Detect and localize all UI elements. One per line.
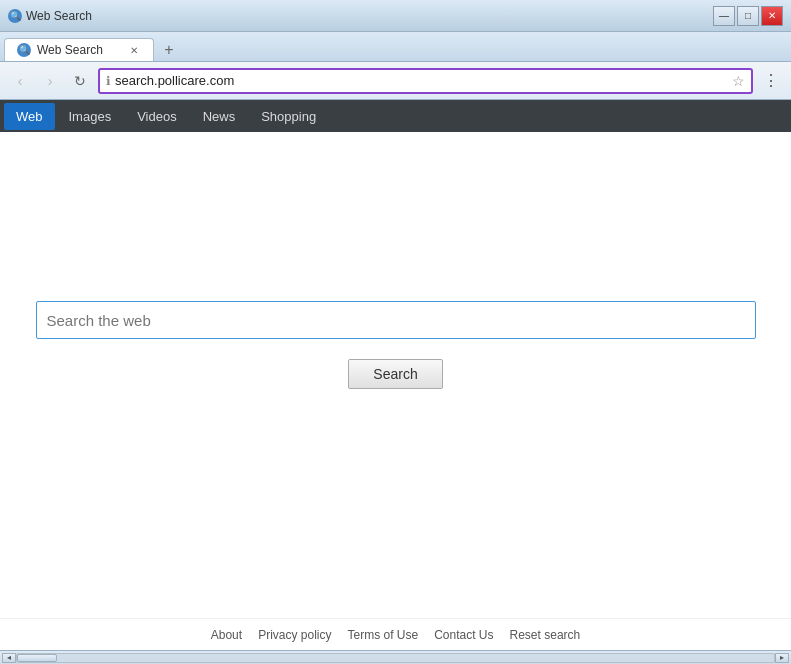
new-tab-button[interactable]: + xyxy=(156,39,182,61)
minimize-button[interactable]: — xyxy=(713,6,735,26)
footer-link-contact[interactable]: Contact Us xyxy=(434,628,493,642)
nav-item-web[interactable]: Web xyxy=(4,103,55,130)
nav-item-videos[interactable]: Videos xyxy=(125,103,189,130)
scroll-left-button[interactable]: ◂ xyxy=(2,653,16,663)
title-bar: 🔍 Web Search — □ ✕ xyxy=(0,0,791,32)
search-input[interactable] xyxy=(36,301,756,339)
search-button-wrap: Search xyxy=(348,359,442,389)
scroll-right-button[interactable]: ▸ xyxy=(775,653,789,663)
browser-tab[interactable]: 🔍 Web Search ✕ xyxy=(4,38,154,61)
info-icon: ℹ xyxy=(106,74,111,88)
tab-bar: 🔍 Web Search ✕ + xyxy=(0,32,791,62)
back-button[interactable]: ‹ xyxy=(8,69,32,93)
footer: About Privacy policy Terms of Use Contac… xyxy=(0,618,791,650)
forward-button[interactable]: › xyxy=(38,69,62,93)
bookmark-star-icon[interactable]: ☆ xyxy=(732,73,745,89)
tab-icon: 🔍 xyxy=(17,43,31,57)
window-controls: — □ ✕ xyxy=(713,6,783,26)
address-bar: ‹ › ↻ ℹ search.pollicare.com ☆ ⋮ xyxy=(0,62,791,100)
nav-item-images[interactable]: Images xyxy=(57,103,124,130)
footer-link-terms[interactable]: Terms of Use xyxy=(347,628,418,642)
tab-label: Web Search xyxy=(37,43,103,57)
browser-menu-button[interactable]: ⋮ xyxy=(759,69,783,93)
nav-item-shopping[interactable]: Shopping xyxy=(249,103,328,130)
url-box[interactable]: ℹ search.pollicare.com ☆ xyxy=(98,68,753,94)
url-text: search.pollicare.com xyxy=(115,73,728,88)
search-button[interactable]: Search xyxy=(348,359,442,389)
footer-link-about[interactable]: About xyxy=(211,628,242,642)
window-title: Web Search xyxy=(26,9,92,23)
browser-window: Search About Privacy policy Terms of Use… xyxy=(0,132,791,650)
nav-item-news[interactable]: News xyxy=(191,103,248,130)
refresh-button[interactable]: ↻ xyxy=(68,69,92,93)
scrollbar-thumb[interactable] xyxy=(17,654,57,662)
title-bar-left: 🔍 Web Search xyxy=(8,9,713,23)
maximize-button[interactable]: □ xyxy=(737,6,759,26)
footer-link-reset[interactable]: Reset search xyxy=(510,628,581,642)
scrollbar-track[interactable] xyxy=(16,653,775,663)
close-button[interactable]: ✕ xyxy=(761,6,783,26)
tab-favicon: 🔍 xyxy=(8,9,22,23)
tab-close-button[interactable]: ✕ xyxy=(127,43,141,57)
search-box-wrap xyxy=(36,301,756,339)
nav-bar: Web Images Videos News Shopping xyxy=(0,100,791,132)
footer-link-privacy[interactable]: Privacy policy xyxy=(258,628,331,642)
main-content: Search xyxy=(0,132,791,618)
scrollbar-area: ◂ ▸ xyxy=(0,650,791,664)
